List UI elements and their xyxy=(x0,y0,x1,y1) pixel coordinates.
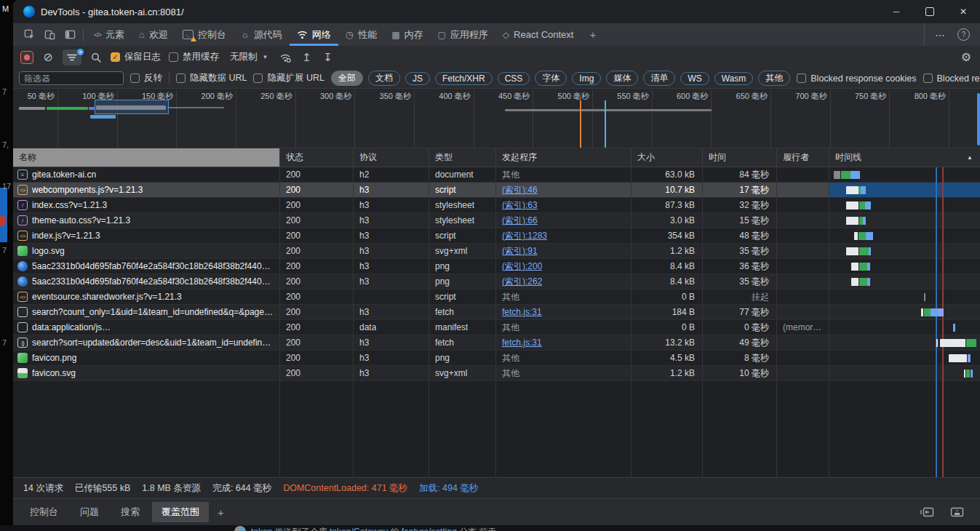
expand-drawer-icon[interactable] xyxy=(950,507,964,517)
initiator-link[interactable]: (索引):63 xyxy=(502,199,538,212)
column-header-3[interactable]: 类型 xyxy=(429,148,496,167)
tab-label: 元素 xyxy=(105,28,124,41)
table-row[interactable]: favicon.png200h3png其他4.5 kB8 毫秒 xyxy=(13,351,980,366)
inspect-element-button[interactable] xyxy=(19,25,39,44)
table-row[interactable]: /theme-auto.css?v=1.21.3200h3stylesheet(… xyxy=(13,213,980,228)
drawer-tab-覆盖范围[interactable]: 覆盖范围 xyxy=(152,502,209,522)
filter-toggle-blocked-requests[interactable]: Blocked requests xyxy=(923,73,980,84)
filter-chip--[interactable]: 文档 xyxy=(368,71,400,86)
column-header-name[interactable]: 名称 xyxy=(13,148,280,167)
waterfall-bar xyxy=(936,339,938,347)
initiator-link[interactable]: fetch.js:31 xyxy=(502,338,542,348)
initiator-link[interactable]: fetch.js:31 xyxy=(502,307,542,317)
tab-react[interactable]: ◇React Context xyxy=(495,23,581,46)
filter-chip--[interactable]: 字体 xyxy=(535,71,567,86)
minimize-button[interactable]: ─ xyxy=(880,0,913,23)
waterfall-bar xyxy=(865,201,871,209)
table-row[interactable]: <>webcomponents.js?v=1.21.3200h3script(索… xyxy=(13,183,980,198)
dock-drawer-icon[interactable] xyxy=(920,507,934,517)
clear-button[interactable]: ⊘ xyxy=(41,49,55,65)
tab-sources[interactable]: ☼源代码 xyxy=(234,23,290,46)
filter-chip--[interactable]: 清单 xyxy=(643,71,675,86)
column-header-2[interactable]: 协议 xyxy=(354,148,429,167)
tab-performance[interactable]: ◷性能 xyxy=(338,23,384,46)
request-protocol: h3 xyxy=(359,246,369,256)
search-button[interactable] xyxy=(89,49,103,65)
table-row[interactable]: {}search?sort=updated&order=desc&uid=1&t… xyxy=(13,335,980,351)
overview-scroll-handle[interactable] xyxy=(977,93,980,145)
table-row[interactable]: logo.svg200h3svg+xml(索引):911.2 kB35 毫秒 xyxy=(13,244,980,259)
filter-chip-img[interactable]: Img xyxy=(572,72,601,85)
close-button[interactable]: ✕ xyxy=(947,0,980,23)
initiator-link[interactable]: (索引):66 xyxy=(502,215,538,227)
filter-chip--[interactable]: 全部 xyxy=(331,71,363,86)
initiator-link[interactable]: (索引):91 xyxy=(502,245,538,257)
request-status: 200 xyxy=(286,338,300,348)
tab-console[interactable]: ›_控制台 xyxy=(175,23,234,46)
filter-toggle--[interactable]: 反转 xyxy=(130,72,162,84)
overview-selection-box[interactable] xyxy=(95,100,169,114)
tab-elements[interactable]: </>元素 xyxy=(87,23,132,46)
column-header-4[interactable]: 发起程序 xyxy=(496,148,632,167)
filter-toggle-button[interactable]: × xyxy=(63,49,81,65)
column-header-5[interactable]: 大小 xyxy=(632,148,703,167)
request-waterfall-cell xyxy=(829,305,980,320)
table-row[interactable]: <>index.js?v=1.21.3200h3script(索引):12833… xyxy=(13,228,980,244)
table-row[interactable]: search?count_only=1&uid=1&team_id=undefi… xyxy=(13,305,980,320)
filter-toggle-blocked-response-cookies[interactable]: Blocked response cookies xyxy=(797,73,916,84)
preserve-log-checkbox[interactable]: ✓ 保留日志 xyxy=(111,51,161,63)
table-row[interactable]: /index.css?v=1.21.3200h3stylesheet(索引):6… xyxy=(13,198,980,213)
tab-welcome[interactable]: ⌂欢迎 xyxy=(132,23,175,46)
record-button[interactable] xyxy=(20,51,33,64)
tab-memory[interactable]: ▦内存 xyxy=(384,23,430,46)
network-overview[interactable]: 50 毫秒100 毫秒150 毫秒200 毫秒250 毫秒300 毫秒350 毫… xyxy=(13,89,980,148)
dock-side-button[interactable] xyxy=(60,25,80,44)
tab-network[interactable]: 网络 xyxy=(290,23,338,46)
initiator-link[interactable]: (索引):262 xyxy=(502,276,542,288)
help-icon[interactable]: ? xyxy=(957,28,970,41)
table-row[interactable]: data:application/js…200datamanifest其他0 B… xyxy=(13,320,980,335)
request-size: 1.2 kB xyxy=(670,368,695,378)
filter-chip-fetch-xhr[interactable]: Fetch/XHR xyxy=(435,72,493,85)
column-header-6[interactable]: 时间 xyxy=(703,148,777,167)
column-header-waterfall[interactable]: 时间线▲ xyxy=(829,148,980,167)
request-type-cell: stylesheet xyxy=(429,213,496,228)
tab-application[interactable]: ▢应用程序 xyxy=(430,23,495,46)
initiator-link[interactable]: (索引):1283 xyxy=(502,230,547,242)
stylesheet-file-icon: / xyxy=(17,215,28,225)
filter-chip--[interactable]: 媒体 xyxy=(606,71,638,86)
waterfall-bar xyxy=(867,278,870,286)
filter-chip-js[interactable]: JS xyxy=(405,72,430,85)
maximize-button[interactable] xyxy=(913,0,947,23)
network-settings-gear-icon[interactable]: ⚙ xyxy=(960,49,973,65)
filter-toggle--url[interactable]: 隐藏扩展 URL xyxy=(253,72,324,84)
filter-toggle--url[interactable]: 隐藏数据 URL xyxy=(176,72,247,84)
drawer-tab-问题[interactable]: 问题 xyxy=(71,502,108,522)
initiator-link[interactable]: (索引):46 xyxy=(502,184,538,196)
table-row[interactable]: 5aac2331b0d4d695fab760f4e2a584f30c18b264… xyxy=(13,259,980,274)
request-name: search?count_only=1&uid=1&team_id=undefi… xyxy=(32,307,274,317)
network-conditions-button[interactable] xyxy=(279,49,292,65)
more-tabs-button[interactable]: + xyxy=(581,23,605,46)
filter-chip--[interactable]: 其他 xyxy=(758,71,790,86)
filter-chip-wasm[interactable]: Wasm xyxy=(714,72,754,85)
filter-input[interactable] xyxy=(19,71,124,85)
table-row[interactable]: favicon.svg200h3svg+xml其他1.2 kB10 毫秒 xyxy=(13,366,980,381)
throttling-select[interactable]: 无限制 ▼ xyxy=(227,51,271,63)
export-har-button[interactable]: ↧ xyxy=(321,49,334,65)
drawer-tab-搜索[interactable]: 搜索 xyxy=(111,502,149,522)
more-options-icon[interactable]: ⋯ xyxy=(929,29,952,41)
column-header-7[interactable]: 履行者 xyxy=(777,148,829,167)
import-har-button[interactable]: ↥ xyxy=(300,49,313,65)
initiator-link[interactable]: (索引):200 xyxy=(502,260,542,273)
filter-chip-css[interactable]: CSS xyxy=(498,72,530,85)
device-toolbar-button[interactable] xyxy=(39,25,60,44)
table-row[interactable]: <>eventsource.sharedworker.js?v=1.21.320… xyxy=(13,290,980,305)
request-protocol-cell: h2 xyxy=(354,167,429,183)
filter-chip-ws[interactable]: WS xyxy=(680,72,709,85)
drawer-more-tabs-button[interactable]: + xyxy=(209,506,233,519)
table-row[interactable]: 5aac2331b0d4d695fab760f4e2a584f30c18b264… xyxy=(13,274,980,290)
drawer-tab-控制台[interactable]: 控制台 xyxy=(20,502,68,522)
disable-cache-checkbox[interactable]: 禁用缓存 xyxy=(169,51,219,63)
column-header-1[interactable]: 状态 xyxy=(280,148,354,167)
